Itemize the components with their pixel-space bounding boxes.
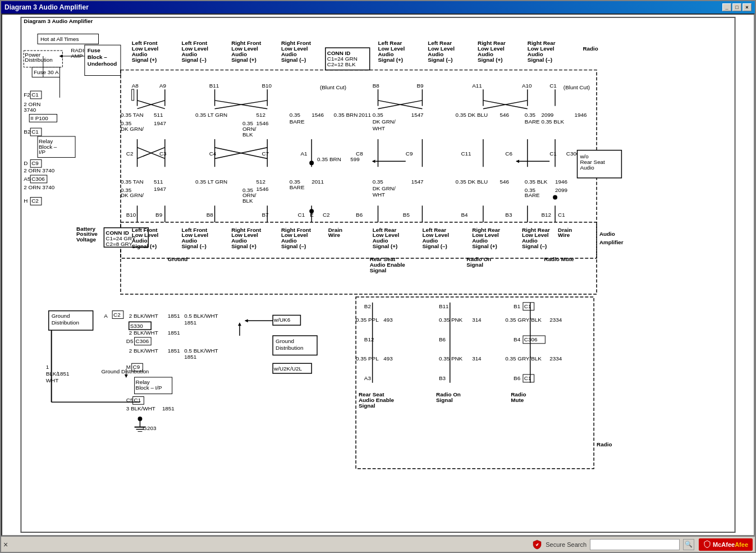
svg-text:B4: B4	[461, 212, 468, 218]
svg-text:A8: A8	[132, 83, 139, 89]
svg-text:2334: 2334	[549, 355, 562, 362]
svg-text:AMP: AMP	[71, 53, 83, 59]
svg-text:Radio: Radio	[597, 441, 612, 447]
svg-text:B4: B4	[514, 336, 521, 342]
svg-text:C4: C4	[209, 150, 217, 157]
svg-text:493: 493	[383, 317, 393, 323]
svg-text:0.35 PPL: 0.35 PPL	[356, 317, 379, 323]
svg-text:0.35 PNK: 0.35 PNK	[439, 317, 463, 323]
svg-text:1851: 1851	[184, 354, 196, 360]
svg-text:B11: B11	[439, 303, 449, 309]
svg-text:Radio: Radio	[583, 45, 598, 52]
mcafee-text: McAfee	[713, 541, 735, 548]
svg-text:1946: 1946	[555, 179, 567, 185]
svg-text:G203: G203	[143, 425, 157, 431]
svg-point-201	[553, 195, 557, 199]
svg-text:Signal (+): Signal (+)	[231, 243, 256, 249]
svg-text:0.35 TAN: 0.35 TAN	[121, 179, 144, 185]
svg-text:DK GRN/: DK GRN/	[121, 126, 144, 132]
svg-text:D: D	[24, 160, 28, 166]
svg-text:Block –: Block –	[88, 54, 108, 60]
maximize-button[interactable]: □	[732, 3, 741, 11]
svg-text:Audio: Audio	[599, 231, 615, 237]
svg-text:Signal (–): Signal (–)	[428, 57, 452, 63]
svg-text:0.5 BLK/WHT: 0.5 BLK/WHT	[184, 313, 218, 319]
svg-text:Underhood: Underhood	[88, 61, 117, 67]
svg-text:0.35 PNK: 0.35 PNK	[439, 355, 463, 362]
close-x-button[interactable]: ×	[3, 540, 15, 549]
svg-text:3 BLK/WHT: 3 BLK/WHT	[126, 405, 155, 412]
svg-text:BLK: BLK	[242, 198, 253, 204]
svg-text:A3: A3	[364, 375, 372, 381]
svg-text:Signal (+): Signal (+)	[378, 57, 404, 63]
svg-text:2011: 2011	[311, 179, 324, 185]
window-title: Diagram 3 Audio Amplifier	[4, 3, 89, 11]
svg-text:D5: D5	[126, 338, 134, 344]
svg-text:C6: C6	[505, 150, 512, 157]
svg-text:Signal: Signal	[436, 397, 453, 403]
svg-text:Signal (+): Signal (+)	[478, 57, 503, 63]
svg-text:Signal: Signal	[359, 403, 375, 409]
svg-text:C1: C1	[31, 92, 39, 98]
close-button[interactable]: ×	[743, 3, 752, 11]
svg-text:C306: C306	[524, 336, 538, 342]
search-input[interactable]	[590, 539, 680, 550]
svg-text:C9: C9	[406, 150, 413, 157]
svg-text:0.35 BLK: 0.35 BLK	[525, 179, 548, 185]
svg-text:Mute: Mute	[511, 397, 524, 403]
svg-text:F2: F2	[24, 92, 30, 98]
svg-text:B6: B6	[439, 336, 446, 342]
mcafee-brand-button[interactable]: McAfeeAfee	[699, 538, 753, 551]
svg-text:Signal: Signal	[466, 262, 483, 268]
svg-text:2099: 2099	[555, 187, 567, 193]
search-button[interactable]: 🔍	[683, 539, 694, 550]
svg-text:C1: C1	[31, 129, 39, 135]
svg-text:B8: B8	[207, 212, 214, 218]
svg-text:C306: C306	[31, 176, 45, 182]
svg-text:0.35: 0.35	[290, 112, 301, 118]
svg-text:0.35 DK BLU: 0.35 DK BLU	[456, 179, 488, 185]
svg-text:314: 314	[472, 355, 482, 362]
svg-text:2099: 2099	[541, 112, 553, 118]
svg-text:B9: B9	[417, 83, 424, 89]
svg-text:w/UK6: w/UK6	[273, 317, 291, 323]
svg-text:1947: 1947	[154, 120, 166, 126]
svg-text:B6: B6	[356, 212, 363, 218]
svg-text:A5: A5	[24, 176, 31, 182]
svg-text:1546: 1546	[311, 112, 324, 118]
diagram-area: text { font-family: Arial, sans-serif; f…	[1, 13, 755, 536]
svg-text:B2: B2	[364, 303, 371, 309]
svg-text:0.35 DK BLU: 0.35 DK BLU	[456, 112, 488, 118]
svg-text:B2: B2	[24, 129, 30, 135]
svg-text:A11: A11	[472, 83, 482, 89]
svg-text:B10: B10	[262, 83, 272, 89]
svg-text:Radio Mute: Radio Mute	[544, 256, 574, 262]
svg-text:Ground: Ground	[52, 313, 70, 319]
svg-text:0.35 GRY/BLK: 0.35 GRY/BLK	[505, 355, 542, 362]
svg-text:0.35 TAN: 0.35 TAN	[121, 112, 144, 118]
svg-text:C2: C2	[323, 212, 330, 218]
svg-text:512: 512	[256, 179, 265, 185]
svg-text:A9: A9	[159, 83, 167, 89]
svg-text:BARE: BARE	[525, 118, 540, 125]
svg-point-164	[309, 161, 314, 165]
svg-text:1946: 1946	[575, 112, 587, 118]
svg-text:0.5 BLK/WHT: 0.5 BLK/WHT	[184, 348, 218, 354]
svg-text:Fuse: Fuse	[88, 47, 101, 53]
svg-text:I/P: I/P	[39, 149, 45, 156]
svg-text:Ground: Ground	[276, 338, 294, 344]
svg-text:Amplifier: Amplifier	[599, 239, 624, 245]
minimize-button[interactable]: _	[722, 3, 731, 11]
svg-text:546: 546	[500, 179, 509, 185]
svg-text:Signal (–): Signal (–)	[281, 243, 306, 249]
svg-text:1851: 1851	[184, 319, 196, 326]
mcafee-logo-icon	[703, 540, 711, 549]
svg-text:B11: B11	[209, 83, 219, 89]
svg-text:Signal (–): Signal (–)	[422, 243, 447, 249]
svg-text:512: 512	[256, 112, 265, 118]
svg-text:A1: A1	[300, 150, 307, 157]
svg-text:(Blunt Cut): (Blunt Cut)	[320, 84, 346, 90]
title-bar-controls: _ □ ×	[722, 3, 752, 11]
svg-text:Distribution: Distribution	[276, 345, 303, 351]
svg-text:511: 511	[154, 112, 163, 118]
